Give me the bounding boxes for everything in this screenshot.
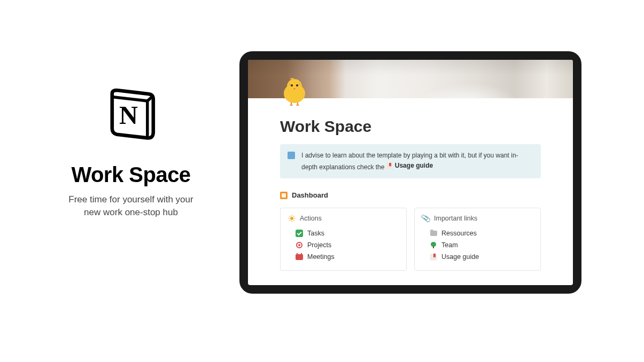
device-frame: Work Space I advise to learn about the t…	[239, 51, 581, 294]
notion-logo-icon: N	[102, 83, 160, 141]
usage-guide-link[interactable]: Usage guide	[386, 161, 433, 171]
dashboard-label: Dashboard	[292, 191, 328, 199]
links-header[interactable]: 📎 Important links	[422, 215, 533, 222]
svg-line-15	[290, 216, 290, 217]
tasks-link[interactable]: Tasks	[288, 227, 399, 239]
svg-text:N: N	[119, 101, 138, 129]
ressources-link[interactable]: Ressources	[422, 227, 533, 239]
actions-header-label: Actions	[300, 215, 322, 222]
projects-link[interactable]: Projects	[288, 239, 399, 251]
folder-icon	[430, 230, 437, 237]
app-screen: Work Space I advise to learn about the t…	[248, 60, 573, 285]
usage-guide-page-link[interactable]: Usage guide	[422, 251, 533, 263]
svg-line-17	[293, 216, 294, 217]
team-link[interactable]: Team	[422, 239, 533, 251]
marketing-subtitle: Free time for yourself with your new wor…	[51, 193, 211, 219]
blue-square-icon	[288, 152, 295, 159]
actions-card: Actions Tasks Projects Meetings	[280, 208, 407, 271]
callout-text: I advise to learn about the template by …	[301, 151, 533, 172]
links-header-label: Important links	[434, 215, 477, 222]
meetings-link[interactable]: Meetings	[288, 251, 399, 263]
callout-block[interactable]: I advise to learn about the template by …	[280, 144, 541, 178]
marketing-panel: N Work Space Free time for yourself with…	[51, 83, 211, 219]
page-title[interactable]: Work Space	[280, 117, 541, 136]
svg-line-18	[290, 221, 290, 221]
orange-square-icon	[280, 192, 288, 199]
links-card: 📎 Important links Ressources Team Usage …	[414, 208, 541, 271]
marketing-title: Work Space	[51, 163, 211, 187]
calendar-icon	[296, 253, 303, 261]
paperclip-icon: 📎	[422, 214, 430, 223]
sun-icon	[288, 215, 296, 222]
svg-point-10	[290, 217, 293, 220]
svg-point-3	[291, 84, 293, 86]
svg-point-4	[296, 84, 298, 86]
check-icon	[296, 230, 303, 237]
actions-header[interactable]: Actions	[288, 215, 399, 222]
page-content: Work Space I advise to learn about the t…	[248, 98, 573, 277]
svg-point-6	[298, 84, 301, 85]
svg-line-16	[293, 221, 294, 221]
dashboard-link[interactable]: Dashboard	[280, 191, 541, 199]
svg-point-2	[287, 79, 302, 94]
tree-icon	[430, 241, 437, 249]
chick-icon[interactable]	[279, 76, 310, 107]
columns-container: Actions Tasks Projects Meetings	[280, 208, 541, 271]
svg-point-5	[289, 84, 291, 85]
target-icon	[296, 241, 303, 249]
bookmark-icon	[386, 162, 392, 169]
bookmark-icon	[430, 253, 437, 261]
